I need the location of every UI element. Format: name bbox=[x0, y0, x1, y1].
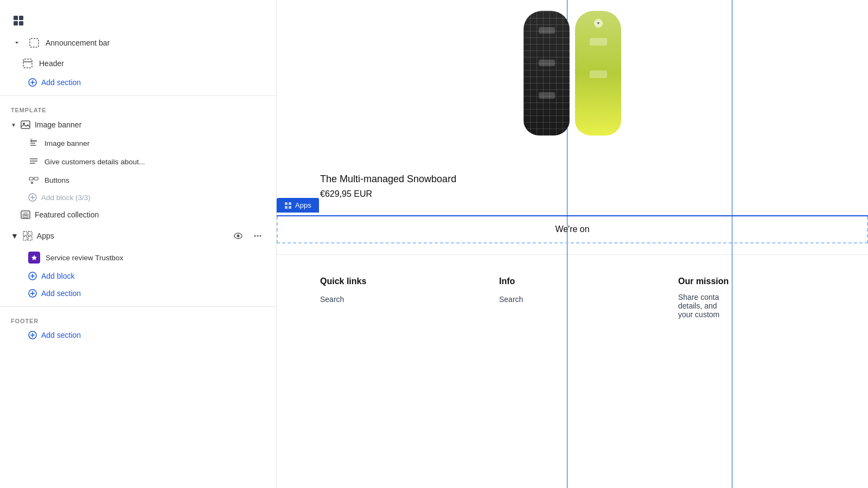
svg-rect-0 bbox=[14, 16, 18, 20]
image-banner-icon bbox=[21, 120, 30, 130]
snowboard-container: ✦ bbox=[513, 0, 632, 146]
sidebar: Announcement bar Header Add section TEMP… bbox=[0, 0, 277, 488]
svg-rect-2 bbox=[14, 21, 18, 25]
footer-columns: Quick links Search Info Search Our missi… bbox=[320, 277, 825, 319]
apps-content-row: We're on bbox=[277, 216, 868, 243]
svg-rect-29 bbox=[23, 216, 28, 217]
apps-preview-tab: Apps bbox=[277, 198, 319, 213]
we-on-text: We're on bbox=[278, 217, 867, 242]
lines-icon bbox=[28, 156, 39, 167]
footer-add-section-button[interactable]: Add section bbox=[0, 326, 276, 344]
apps-section-icon bbox=[23, 231, 33, 241]
featured-collection-item[interactable]: Featured collection bbox=[0, 206, 276, 224]
svg-rect-51 bbox=[285, 206, 288, 209]
add-section-top-button[interactable]: Add section bbox=[0, 74, 276, 91]
announcement-bar-label: Announcement bar bbox=[46, 38, 110, 47]
footer-col-quicklinks: Quick links Search bbox=[320, 277, 467, 319]
apps-tab-label: Apps bbox=[295, 201, 311, 209]
block-image-banner-label: Image banner bbox=[44, 139, 90, 147]
trustbox-icon bbox=[28, 252, 40, 264]
add-section-top-label: Add section bbox=[41, 78, 81, 87]
apps-tab-icon bbox=[284, 202, 292, 209]
more-dots-icon bbox=[253, 232, 262, 240]
divider-2 bbox=[0, 306, 276, 307]
product-price: €629,95 EUR bbox=[320, 189, 825, 199]
add-grid-icon bbox=[11, 13, 26, 28]
svg-text:T: T bbox=[30, 138, 33, 143]
announcement-bar-icon bbox=[28, 37, 40, 49]
service-review-label: Service review Trustbox bbox=[46, 254, 123, 262]
product-title: The Multi-managed Snowboard bbox=[320, 174, 825, 185]
main-preview: ✦ The Multi-managed Snowboard €629,95 EU… bbox=[277, 0, 868, 488]
add-block-apps-label: Add block bbox=[41, 272, 74, 280]
preview-area: ✦ The Multi-managed Snowboard €629,95 EU… bbox=[277, 0, 868, 488]
apps-left: ▼ Apps bbox=[11, 231, 231, 241]
svg-point-35 bbox=[237, 235, 240, 237]
svg-rect-32 bbox=[23, 236, 27, 240]
svg-marker-5 bbox=[15, 42, 18, 44]
add-block-apps-button[interactable]: Add block bbox=[0, 267, 276, 285]
featured-collection-label: Featured collection bbox=[35, 210, 99, 219]
plus-circle-footer-icon bbox=[28, 331, 37, 339]
add-block-disabled-button: Add block (3/3) bbox=[0, 189, 276, 206]
plus-circle-gray-icon bbox=[28, 193, 37, 202]
svg-rect-52 bbox=[289, 206, 291, 209]
header-item[interactable]: Header bbox=[0, 53, 276, 74]
svg-rect-7 bbox=[23, 59, 32, 68]
apps-eye-button[interactable] bbox=[231, 228, 246, 243]
block-buttons[interactable]: Buttons bbox=[0, 171, 276, 189]
plus-circle-blue-icon bbox=[28, 272, 37, 280]
footer-col-info: Info Search bbox=[499, 277, 646, 319]
expand-icon bbox=[11, 37, 23, 49]
snowboard-dark-image bbox=[524, 11, 570, 136]
service-review-block[interactable]: Service review Trustbox bbox=[0, 248, 276, 267]
footer-label: FOOTER bbox=[0, 311, 276, 326]
product-image-section: ✦ bbox=[277, 0, 868, 163]
product-info: The Multi-managed Snowboard €629,95 EUR bbox=[277, 163, 868, 210]
apps-actions bbox=[231, 228, 265, 243]
add-section-middle-label: Add section bbox=[41, 289, 81, 298]
add-block-disabled-label: Add block (3/3) bbox=[41, 194, 91, 202]
eye-icon bbox=[234, 232, 242, 240]
svg-point-37 bbox=[257, 235, 259, 237]
block-give-customers-label: Give customers details about... bbox=[44, 158, 145, 166]
footer-info-search: Search bbox=[499, 295, 646, 304]
block-give-customers[interactable]: Give customers details about... bbox=[0, 152, 276, 171]
footer-quicklinks-title: Quick links bbox=[320, 277, 467, 286]
svg-rect-30 bbox=[23, 232, 27, 235]
apps-chevron-icon: ▼ bbox=[11, 232, 18, 240]
apps-section-label: Apps bbox=[37, 232, 54, 240]
header-icon bbox=[22, 57, 34, 69]
block-image-banner[interactable]: T Image banner bbox=[0, 134, 276, 152]
chevron-down-icon: ▼ bbox=[11, 122, 16, 128]
svg-rect-50 bbox=[289, 202, 291, 205]
announcement-bar-item[interactable]: Announcement bar bbox=[0, 33, 276, 53]
apps-more-button[interactable] bbox=[250, 228, 265, 243]
plus-circle-blue2-icon bbox=[28, 289, 37, 298]
text-icon: T bbox=[28, 138, 39, 149]
header-spacer bbox=[11, 57, 16, 69]
footer-mission-title: Our mission bbox=[678, 277, 825, 286]
apps-section-parent[interactable]: ▼ Apps bbox=[0, 224, 276, 248]
svg-marker-39 bbox=[31, 255, 37, 260]
header-label: Header bbox=[39, 59, 64, 68]
svg-rect-1 bbox=[19, 16, 23, 20]
svg-rect-12 bbox=[21, 121, 30, 129]
plus-icon bbox=[28, 78, 37, 87]
apps-banner-section[interactable]: Apps We're on bbox=[277, 215, 868, 243]
svg-rect-22 bbox=[34, 177, 38, 180]
buttons-icon bbox=[28, 175, 39, 185]
add-new-button[interactable] bbox=[11, 9, 265, 33]
svg-rect-33 bbox=[28, 236, 32, 240]
footer-info-title: Info bbox=[499, 277, 646, 286]
add-section-middle-button[interactable]: Add section bbox=[0, 285, 276, 302]
footer-quicklinks-search: Search bbox=[320, 295, 467, 304]
divider-1 bbox=[0, 95, 276, 96]
right-divider bbox=[732, 0, 732, 488]
svg-point-38 bbox=[260, 235, 261, 237]
image-banner-parent[interactable]: ▼ Image banner bbox=[0, 115, 276, 134]
svg-rect-31 bbox=[28, 232, 32, 235]
footer-add-section-label: Add section bbox=[41, 331, 81, 339]
image-banner-children: T Image banner Give customers details ab… bbox=[0, 134, 276, 206]
footer-section: Quick links Search Info Search Our missi… bbox=[277, 254, 868, 341]
